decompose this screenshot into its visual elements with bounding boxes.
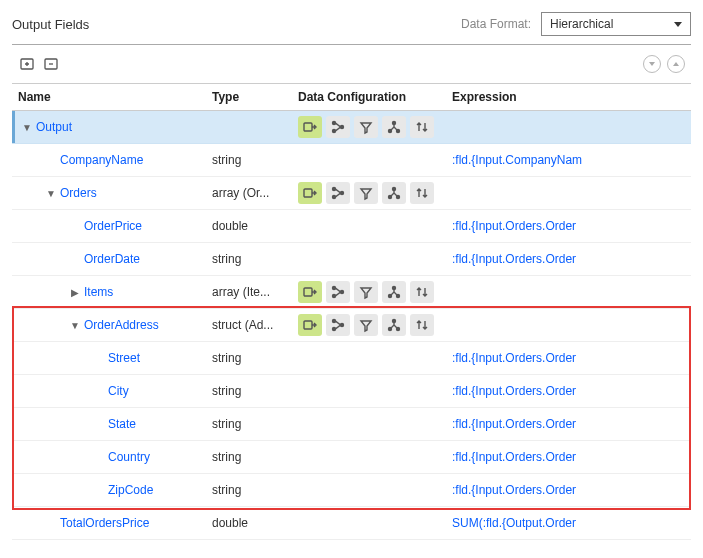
- group-config-icon[interactable]: [382, 116, 406, 138]
- filter-config-icon[interactable]: [354, 314, 378, 336]
- expand-toggle[interactable]: ▼: [70, 320, 80, 331]
- field-name[interactable]: City: [108, 384, 129, 398]
- sort-config-icon[interactable]: [410, 116, 434, 138]
- table-row[interactable]: CompanyName string :fld.{Input.CompanyNa…: [12, 144, 691, 177]
- field-name[interactable]: Country: [108, 450, 150, 464]
- field-expression[interactable]: :fld.{Input.Orders.Order: [452, 483, 691, 497]
- field-name[interactable]: State: [108, 417, 136, 431]
- svg-rect-23: [304, 321, 312, 329]
- join-config-icon[interactable]: [326, 182, 350, 204]
- field-name[interactable]: Street: [108, 351, 140, 365]
- add-group-button[interactable]: [18, 55, 36, 73]
- field-name[interactable]: Orders: [60, 186, 97, 200]
- field-expression[interactable]: :fld.{Input.Orders.Order: [452, 384, 691, 398]
- svg-rect-2: [304, 123, 312, 131]
- table-row[interactable]: State string :fld.{Input.Orders.Order: [12, 408, 691, 441]
- field-name[interactable]: Items: [84, 285, 113, 299]
- filter-config-icon[interactable]: [354, 182, 378, 204]
- field-type: double: [212, 516, 298, 530]
- svg-rect-9: [304, 189, 312, 197]
- field-type: string: [212, 384, 298, 398]
- group-config-icon[interactable]: [382, 281, 406, 303]
- field-name[interactable]: ZipCode: [108, 483, 153, 497]
- field-type: double: [212, 219, 298, 233]
- chevron-up-icon: [673, 62, 679, 66]
- table-row[interactable]: ▶ Items array (Ite...: [12, 276, 691, 309]
- expand-toggle[interactable]: ▶: [70, 287, 80, 298]
- output-config-icon[interactable]: [298, 314, 322, 336]
- chevron-down-icon: [649, 62, 655, 66]
- field-expression[interactable]: :fld.{Input.Orders.Order: [452, 417, 691, 431]
- table-row[interactable]: TotalOrdersPrice double SUM(:fld.{Output…: [12, 507, 691, 540]
- field-expression[interactable]: :fld.{Input.Orders.Order: [452, 351, 691, 365]
- field-name[interactable]: OrderAddress: [84, 318, 159, 332]
- field-name[interactable]: TotalOrdersPrice: [60, 516, 149, 530]
- col-name-header[interactable]: Name: [12, 90, 212, 104]
- field-type: string: [212, 252, 298, 266]
- field-type: string: [212, 153, 298, 167]
- chevron-down-icon: [674, 22, 682, 27]
- table-row[interactable]: ▼ OrderAddress struct (Ad...: [12, 309, 691, 342]
- expand-toggle[interactable]: ▼: [46, 188, 56, 199]
- table-row[interactable]: ▼ Orders array (Or...: [12, 177, 691, 210]
- output-config-icon[interactable]: [298, 281, 322, 303]
- field-name[interactable]: CompanyName: [60, 153, 143, 167]
- data-format-select[interactable]: Hierarchical: [541, 12, 691, 36]
- table-row[interactable]: OrderPrice double :fld.{Input.Orders.Ord…: [12, 210, 691, 243]
- table-row[interactable]: Country string :fld.{Input.Orders.Order: [12, 441, 691, 474]
- expand-toggle[interactable]: ▼: [22, 122, 32, 133]
- field-type: string: [212, 417, 298, 431]
- col-expr-header[interactable]: Expression: [452, 90, 691, 104]
- field-type: struct (Ad...: [212, 318, 298, 332]
- field-type: string: [212, 483, 298, 497]
- sort-config-icon[interactable]: [410, 314, 434, 336]
- table-row[interactable]: Street string :fld.{Input.Orders.Order: [12, 342, 691, 375]
- output-config-icon[interactable]: [298, 182, 322, 204]
- join-config-icon[interactable]: [326, 281, 350, 303]
- field-type: array (Or...: [212, 186, 298, 200]
- table-header: Name Type Data Configuration Expression: [12, 83, 691, 111]
- panel-title: Output Fields: [12, 17, 89, 32]
- filter-config-icon[interactable]: [354, 116, 378, 138]
- field-expression[interactable]: :fld.{Input.CompanyNam: [452, 153, 691, 167]
- field-expression[interactable]: SUM(:fld.{Output.Order: [452, 516, 691, 530]
- col-cfg-header[interactable]: Data Configuration: [298, 90, 452, 104]
- field-expression[interactable]: :fld.{Input.Orders.Order: [452, 450, 691, 464]
- sort-config-icon[interactable]: [410, 281, 434, 303]
- svg-rect-16: [304, 288, 312, 296]
- collapse-all-button[interactable]: [667, 55, 685, 73]
- field-expression[interactable]: :fld.{Input.Orders.Order: [452, 219, 691, 233]
- field-type: string: [212, 351, 298, 365]
- expand-all-button[interactable]: [643, 55, 661, 73]
- field-name[interactable]: Output: [36, 120, 72, 134]
- format-label: Data Format:: [461, 17, 531, 31]
- filter-config-icon[interactable]: [354, 281, 378, 303]
- data-format-value: Hierarchical: [550, 17, 613, 31]
- output-config-icon[interactable]: [298, 116, 322, 138]
- table-row[interactable]: OrderDate string :fld.{Input.Orders.Orde…: [12, 243, 691, 276]
- field-name[interactable]: OrderDate: [84, 252, 140, 266]
- table-row[interactable]: ZipCode string :fld.{Input.Orders.Order: [12, 474, 691, 507]
- join-config-icon[interactable]: [326, 314, 350, 336]
- field-expression[interactable]: :fld.{Input.Orders.Order: [452, 252, 691, 266]
- field-type: array (Ite...: [212, 285, 298, 299]
- remove-group-button[interactable]: [42, 55, 60, 73]
- sort-config-icon[interactable]: [410, 182, 434, 204]
- table-row[interactable]: City string :fld.{Input.Orders.Order: [12, 375, 691, 408]
- col-type-header[interactable]: Type: [212, 90, 298, 104]
- join-config-icon[interactable]: [326, 116, 350, 138]
- field-type: string: [212, 450, 298, 464]
- table-row[interactable]: ▼ Output: [12, 111, 691, 144]
- field-name[interactable]: OrderPrice: [84, 219, 142, 233]
- group-config-icon[interactable]: [382, 314, 406, 336]
- group-config-icon[interactable]: [382, 182, 406, 204]
